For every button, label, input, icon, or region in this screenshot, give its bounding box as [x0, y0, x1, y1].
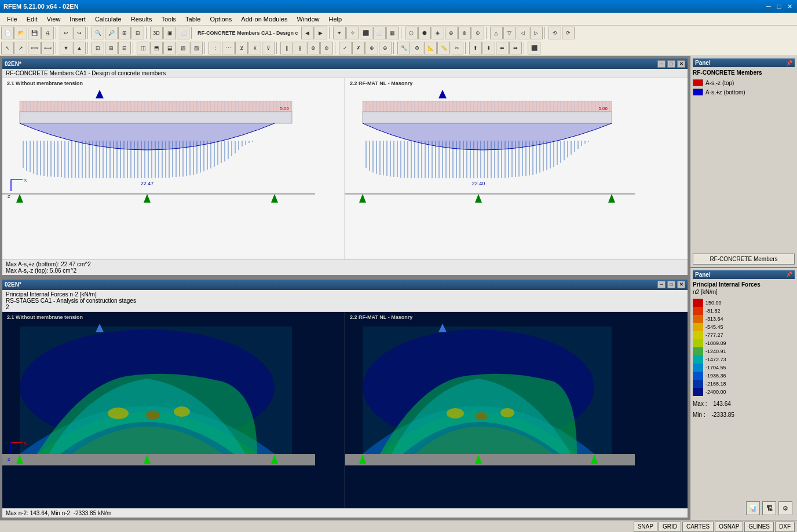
- top-win-maximize[interactable]: □: [667, 60, 675, 68]
- tb2-16[interactable]: ⋯: [222, 42, 235, 54]
- tb-print[interactable]: 🖨: [41, 27, 54, 39]
- tb2-9[interactable]: ⊟: [118, 42, 131, 54]
- tb2-13[interactable]: ▧: [177, 42, 189, 54]
- tb2-18[interactable]: ⊼: [248, 42, 261, 54]
- tb-zoom-out[interactable]: 🔎: [105, 27, 118, 39]
- icon-btn-3[interactable]: ⚙: [778, 501, 792, 515]
- icon-btn-2[interactable]: 🏗: [762, 501, 776, 515]
- tb2-36[interactable]: ➡: [509, 42, 522, 54]
- menu-file[interactable]: File: [2, 14, 22, 24]
- tb2-14[interactable]: ▨: [190, 42, 203, 54]
- tb2-2[interactable]: ↗: [14, 42, 27, 54]
- tb-a5[interactable]: ▦: [386, 27, 399, 39]
- tb-new[interactable]: 📄: [1, 27, 14, 39]
- menu-insert[interactable]: Insert: [65, 14, 90, 24]
- tb-a2[interactable]: ✧: [346, 27, 359, 39]
- tb-prev[interactable]: ◀: [301, 27, 314, 39]
- status-glines[interactable]: GLINES: [744, 522, 774, 532]
- tb2-23[interactable]: ⊜: [320, 42, 333, 54]
- status-dxf[interactable]: DXF: [775, 522, 795, 532]
- menu-window[interactable]: Window: [292, 14, 324, 24]
- tb2-4[interactable]: ⟻: [41, 42, 54, 54]
- minimize-button[interactable]: ─: [765, 3, 773, 10]
- tb-d2[interactable]: ⟳: [562, 27, 575, 39]
- tb-undo[interactable]: ↩: [60, 27, 72, 39]
- tb2-35[interactable]: ⬅: [496, 42, 509, 54]
- tb-d1[interactable]: ⟲: [549, 27, 561, 39]
- menu-table[interactable]: Table: [181, 14, 205, 24]
- bottom-win-maximize[interactable]: □: [667, 281, 675, 288]
- menu-results[interactable]: Results: [126, 14, 157, 24]
- tb-b5[interactable]: ⊗: [458, 27, 471, 39]
- tb-b4[interactable]: ⊕: [445, 27, 458, 39]
- tb2-15[interactable]: ⋮: [209, 42, 221, 54]
- tb2-33[interactable]: ⬆: [469, 42, 482, 54]
- tb2-24[interactable]: ✓: [339, 42, 352, 54]
- tb-save[interactable]: 💾: [28, 27, 41, 39]
- tb-next[interactable]: ▶: [315, 27, 327, 39]
- bottom-win-minimize[interactable]: ─: [657, 281, 666, 288]
- tb2-34[interactable]: ⬇: [482, 42, 495, 54]
- menu-tools[interactable]: Tools: [156, 14, 181, 24]
- status-osnap[interactable]: OSNAP: [715, 522, 743, 532]
- tb-b2[interactable]: ⬢: [418, 27, 431, 39]
- tb2-31[interactable]: 📏: [437, 42, 450, 54]
- tb-zoom-in[interactable]: 🔍: [92, 27, 104, 39]
- tb2-22[interactable]: ⊛: [307, 42, 320, 54]
- close-button[interactable]: ✕: [785, 3, 794, 10]
- pin-icon-bottom[interactable]: 📌: [786, 271, 792, 277]
- tb2-10[interactable]: ◫: [137, 42, 149, 54]
- menu-edit[interactable]: Edit: [22, 14, 42, 24]
- tb-a1[interactable]: ✦: [333, 27, 346, 39]
- tb-b6[interactable]: ⊙: [471, 27, 484, 39]
- tb2-6[interactable]: ▲: [73, 42, 86, 54]
- tb2-19[interactable]: ⊽: [262, 42, 275, 54]
- tb-3d[interactable]: 3D: [150, 27, 163, 39]
- tb-a4[interactable]: ⬜: [373, 27, 386, 39]
- tb2-28[interactable]: 🔧: [397, 42, 410, 54]
- tb2-21[interactable]: ∦: [294, 42, 306, 54]
- top-win-minimize[interactable]: ─: [657, 60, 666, 68]
- tb-a3[interactable]: ⬛: [360, 27, 372, 39]
- tb-render[interactable]: ▣: [163, 27, 176, 39]
- tb2-3[interactable]: ⟺: [28, 42, 41, 54]
- status-snap[interactable]: SNAP: [634, 522, 657, 532]
- tb2-25[interactable]: ✗: [352, 42, 365, 54]
- tb2-8[interactable]: ⊞: [105, 42, 118, 54]
- tb-c4[interactable]: ▷: [530, 27, 543, 39]
- tb-b3[interactable]: ◈: [432, 27, 444, 39]
- bottom-win-close[interactable]: ✕: [677, 281, 685, 288]
- tb-open[interactable]: 📂: [14, 27, 27, 39]
- menu-addon[interactable]: Add-on Modules: [236, 14, 292, 24]
- tb-c2[interactable]: ▽: [503, 27, 516, 39]
- tb2-11[interactable]: ⬒: [150, 42, 163, 54]
- tb2-37[interactable]: ⬛: [528, 42, 540, 54]
- icon-btn-1[interactable]: 📊: [746, 501, 760, 515]
- tb2-30[interactable]: 📐: [424, 42, 437, 54]
- menu-view[interactable]: View: [42, 14, 65, 24]
- tb-zoom-fit[interactable]: ⊞: [118, 27, 131, 39]
- tb2-12[interactable]: ⬓: [163, 42, 176, 54]
- tb-c1[interactable]: △: [490, 27, 503, 39]
- tb2-5[interactable]: ▼: [60, 42, 72, 54]
- menu-options[interactable]: Options: [205, 14, 236, 24]
- maximize-button[interactable]: □: [775, 3, 783, 10]
- tb-c3[interactable]: ◁: [517, 27, 529, 39]
- menu-calculate[interactable]: Calculate: [90, 14, 126, 24]
- top-win-close[interactable]: ✕: [677, 60, 685, 68]
- menu-help[interactable]: Help: [324, 14, 347, 24]
- tb2-20[interactable]: ∥: [280, 42, 293, 54]
- tb-b1[interactable]: ⬡: [405, 27, 418, 39]
- tb-wireframe[interactable]: ⬜: [177, 27, 189, 39]
- tb2-7[interactable]: ⊡: [92, 42, 104, 54]
- tb-redo[interactable]: ↪: [73, 27, 86, 39]
- status-grid[interactable]: GRID: [659, 522, 681, 532]
- tb2-29[interactable]: ⚙: [411, 42, 423, 54]
- status-cartes[interactable]: CARTES: [682, 522, 714, 532]
- rf-concrete-button[interactable]: RF-CONCRETE Members: [693, 254, 795, 265]
- pin-icon-top[interactable]: 📌: [786, 60, 792, 66]
- tb2-1[interactable]: ↖: [1, 42, 14, 54]
- tb2-32[interactable]: ✂: [451, 42, 463, 54]
- tb2-27[interactable]: ⊖: [379, 42, 392, 54]
- tb-zoom-all[interactable]: ⊟: [131, 27, 144, 39]
